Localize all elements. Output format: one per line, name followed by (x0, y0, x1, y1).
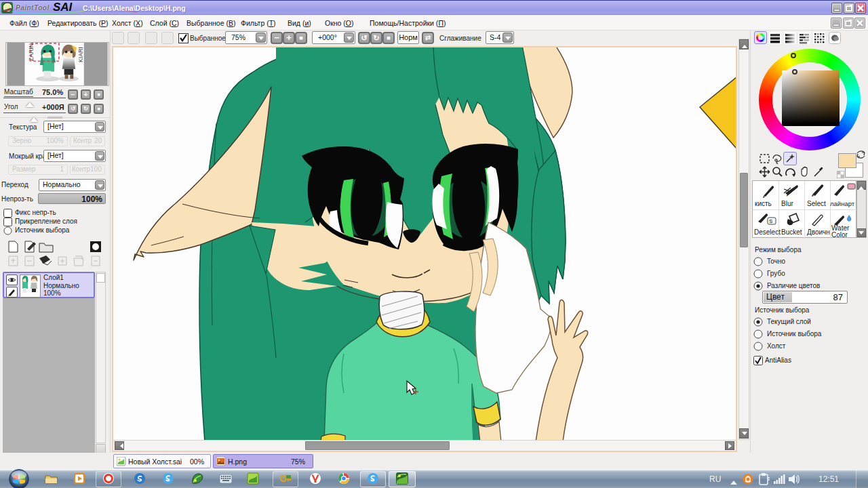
svg-text:ZARINA: ZARINA (28, 42, 35, 61)
svg-text:KIARI: KIARI (77, 47, 84, 62)
svg-text:S: S (769, 218, 772, 224)
